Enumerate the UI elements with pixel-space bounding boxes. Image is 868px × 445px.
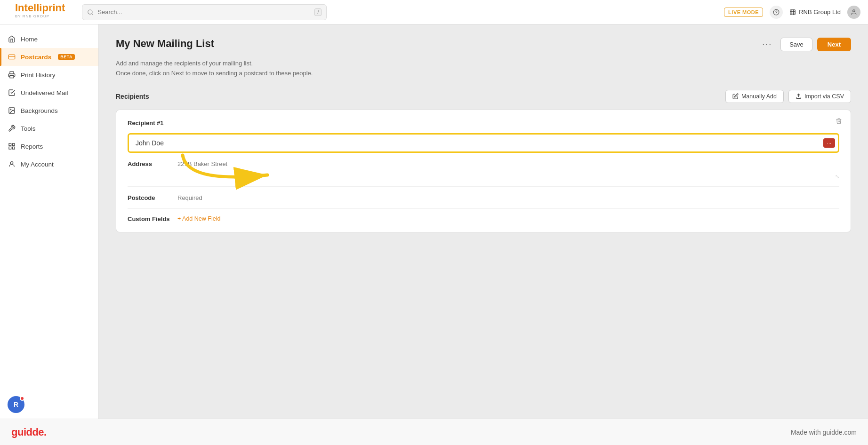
- backgrounds-icon: [8, 106, 16, 115]
- building-icon: [789, 9, 796, 16]
- svg-rect-4: [790, 9, 796, 15]
- postcode-input-wrap: [177, 193, 839, 202]
- company-selector[interactable]: RNB Group Ltd: [789, 8, 841, 16]
- logo-sub: BY RNB GROUP: [15, 14, 65, 18]
- address-textarea[interactable]: [177, 159, 828, 178]
- custom-fields-row: Custom Fields + Add New Field: [128, 215, 839, 222]
- sidebar-postcards-label: Postcards: [21, 54, 51, 61]
- nav-right: LIVE MODE RNB Group Ltd: [724, 6, 860, 19]
- user-avatar[interactable]: [847, 6, 860, 19]
- sidebar-account-label: My Account: [21, 161, 54, 168]
- top-nav: Intelliprint BY RNB GROUP / LIVE MODE RN…: [0, 0, 868, 24]
- postcode-input[interactable]: [177, 194, 839, 201]
- recipient-card: Recipient #1 ··· Address ⤡ P: [116, 110, 851, 232]
- svg-line-1: [92, 13, 93, 15]
- sidebar-item-print-history[interactable]: Print History: [0, 66, 98, 84]
- postcards-icon: [8, 53, 16, 61]
- page-header: My New Mailing List ··· Save Next: [116, 38, 851, 51]
- guidde-made-with: Made with guidde.com: [791, 429, 857, 436]
- app-body: Home Postcards BETA Print History Undeli…: [0, 24, 868, 419]
- name-options-icon: ···: [827, 140, 831, 146]
- search-bar: /: [82, 4, 327, 20]
- sidebar-item-my-account[interactable]: My Account: [0, 155, 98, 173]
- sidebar: Home Postcards BETA Print History Undeli…: [0, 24, 99, 419]
- postcode-field-row: Postcode: [128, 193, 839, 209]
- beta-badge: BETA: [58, 54, 75, 60]
- recipients-title: Recipients: [116, 93, 149, 100]
- pencil-icon: [732, 93, 739, 99]
- address-label: Address: [128, 159, 170, 167]
- svg-rect-14: [9, 147, 11, 149]
- home-icon: [8, 35, 16, 43]
- svg-rect-6: [8, 55, 15, 59]
- import-csv-label: Import via CSV: [804, 93, 844, 100]
- sidebar-print-history-label: Print History: [21, 72, 56, 79]
- search-kbd: /: [314, 8, 321, 16]
- svg-point-10: [10, 109, 11, 110]
- live-mode-badge[interactable]: LIVE MODE: [724, 8, 763, 17]
- recipient-name-input[interactable]: [129, 135, 823, 151]
- svg-rect-12: [12, 143, 15, 146]
- search-icon: [87, 9, 94, 16]
- sidebar-backgrounds-label: Backgrounds: [21, 107, 58, 114]
- address-input-wrap: [177, 159, 828, 180]
- sidebar-item-postcards[interactable]: Postcards BETA: [0, 48, 98, 66]
- subtitle-line2: Once done, click on Next to move to send…: [116, 69, 851, 79]
- svg-point-0: [88, 9, 92, 14]
- svg-rect-8: [10, 75, 14, 78]
- svg-rect-11: [9, 143, 11, 146]
- logo-text: Intelliprint: [15, 2, 65, 14]
- logo: Intelliprint BY RNB GROUP: [8, 0, 72, 26]
- sidebar-bottom: R: [0, 390, 98, 419]
- name-options-button[interactable]: ···: [823, 138, 835, 148]
- page-title: My New Mailing List: [116, 38, 214, 50]
- svg-point-15: [10, 162, 13, 164]
- reports-icon: [8, 142, 16, 151]
- manually-add-button[interactable]: Manually Add: [725, 90, 784, 103]
- subtitle-line1: Add and manage the recipients of your ma…: [116, 59, 851, 69]
- next-button[interactable]: Next: [817, 38, 851, 51]
- guidde-logo: guidde.: [11, 426, 47, 438]
- sidebar-reports-label: Reports: [21, 143, 43, 150]
- more-options-button[interactable]: ···: [758, 38, 776, 51]
- sidebar-item-tools[interactable]: Tools: [0, 119, 98, 137]
- company-name: RNB Group Ltd: [799, 8, 841, 16]
- recipients-section-header: Recipients Manually Add Import via CSV: [116, 90, 851, 103]
- header-actions: ··· Save Next: [758, 38, 851, 51]
- sidebar-item-backgrounds[interactable]: Backgrounds: [0, 102, 98, 119]
- save-button[interactable]: Save: [780, 38, 812, 51]
- page-subtitle: Add and manage the recipients of your ma…: [116, 59, 851, 79]
- sidebar-undelivered-label: Undelivered Mail: [21, 89, 68, 96]
- sidebar-tools-label: Tools: [21, 125, 36, 132]
- sidebar-item-reports[interactable]: Reports: [0, 137, 98, 155]
- help-icon[interactable]: [770, 6, 783, 19]
- tools-icon: [8, 124, 16, 133]
- custom-fields-label: Custom Fields: [128, 215, 170, 222]
- sidebar-item-undelivered-mail[interactable]: Undelivered Mail: [0, 84, 98, 102]
- manually-add-label: Manually Add: [741, 93, 777, 100]
- postcode-label: Postcode: [128, 193, 170, 201]
- section-actions: Manually Add Import via CSV: [725, 90, 851, 103]
- user-icon: [851, 9, 857, 16]
- upload-icon: [796, 93, 802, 99]
- recipient-number-label: Recipient #1: [128, 119, 839, 127]
- user-circle[interactable]: R: [8, 396, 24, 413]
- notification-dot: [20, 396, 24, 401]
- account-icon: [8, 160, 16, 168]
- add-new-field-button[interactable]: + Add New Field: [177, 215, 220, 222]
- sidebar-item-home[interactable]: Home: [0, 30, 98, 48]
- import-csv-button[interactable]: Import via CSV: [788, 90, 851, 103]
- resize-handle-icon: ⤡: [835, 174, 839, 180]
- name-input-wrap: ···: [128, 133, 839, 153]
- sidebar-home-label: Home: [21, 36, 38, 43]
- undelivered-mail-icon: [8, 88, 16, 97]
- svg-rect-13: [12, 147, 15, 149]
- delete-recipient-icon[interactable]: [836, 118, 842, 126]
- guidde-bar: guidde. Made with guidde.com: [0, 419, 868, 445]
- address-field-row: Address ⤡: [128, 159, 839, 187]
- search-input[interactable]: [97, 8, 311, 16]
- svg-point-5: [853, 9, 855, 12]
- print-icon: [8, 71, 16, 79]
- main-content: My New Mailing List ··· Save Next Add an…: [99, 24, 868, 419]
